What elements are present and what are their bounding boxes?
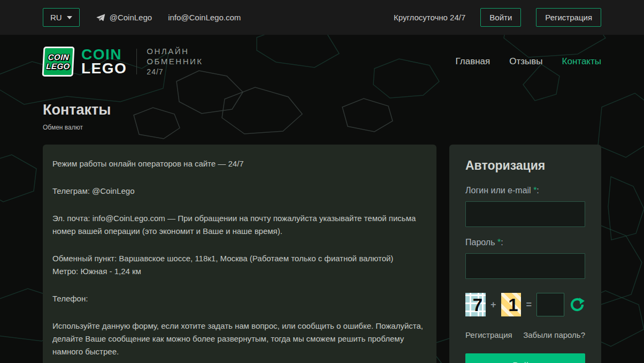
tagline-line3: 24/7 — [147, 67, 203, 77]
language-dropdown[interactable]: RU — [43, 8, 80, 27]
telegram-icon — [96, 13, 105, 22]
label-colon: : — [501, 238, 503, 247]
forgot-password-link[interactable]: Забыли пароль? — [523, 330, 585, 339]
logo-badge-line1: COIN — [48, 52, 69, 62]
main-columns: Режим работы онлайн операторов на сайте … — [43, 145, 601, 363]
label-colon: : — [536, 186, 539, 195]
login-label-text: Логин или e-mail — [465, 186, 531, 195]
schedule-text: Круглосуточно 24/7 — [394, 13, 465, 22]
captcha-number-second: 1 — [504, 296, 518, 314]
telegram-link[interactable]: @CoinLego — [96, 13, 152, 22]
paragraph-email: Эл. почта: info@CoinLego.com — При обращ… — [52, 212, 427, 238]
paragraph-telegram: Телеграм: @CoinLego — [52, 185, 427, 198]
email-text[interactable]: info@CoinLego.com — [168, 13, 241, 22]
auth-card: Авторизация Логин или e-mail *: Пароль *… — [449, 145, 601, 363]
password-field-label: Пароль *: — [465, 238, 585, 247]
logo-badge-icon: COIN LEGO — [42, 47, 75, 77]
tagline-line2: ОБМЕННИК — [147, 56, 203, 66]
paragraph-address: Обменный пункт: Варшавское шоссе, 118к1,… — [52, 252, 427, 278]
auth-submit-button[interactable]: Войти — [465, 353, 585, 363]
plus-sign: + — [490, 299, 496, 311]
page-title: Контакты — [43, 102, 601, 118]
nav-item-home[interactable]: Главная — [456, 56, 490, 67]
language-label: RU — [50, 13, 62, 22]
auth-title: Авторизация — [465, 158, 585, 173]
logo-badge-line2: LEGO — [46, 62, 70, 71]
captcha-image-first: 7 — [465, 293, 486, 316]
password-input[interactable] — [465, 253, 585, 279]
chevron-down-icon — [67, 16, 72, 19]
equals-sign: = — [526, 299, 532, 311]
paragraph-form-note: Используйте данную форму, если хотите за… — [52, 320, 427, 358]
captcha-row: 7 + 1 = — [465, 293, 585, 316]
logo-separator — [136, 49, 137, 74]
nav-item-contacts[interactable]: Контакты — [562, 56, 601, 67]
paragraph-working-hours: Режим работы онлайн операторов на сайте … — [52, 157, 427, 170]
tagline-line1: ОНЛАЙН — [147, 46, 203, 56]
login-button[interactable]: Войти — [480, 8, 521, 27]
auth-links-row: Регистрация Забыли пароль? — [465, 330, 585, 339]
logo-wordmark: COIN LEGO — [81, 48, 127, 75]
logo-word-lego: LEGO — [81, 62, 127, 75]
main-nav: Главная Отзывы Контакты — [456, 56, 601, 67]
top-bar: RU @CoinLego info@CoinLego.com Круглосут… — [0, 0, 644, 35]
nav-item-reviews[interactable]: Отзывы — [509, 56, 542, 67]
site-header: COIN LEGO COIN LEGO ОНЛАЙН ОБМЕННИК 24/7… — [0, 35, 644, 88]
captcha-image-second: 1 — [501, 293, 522, 316]
password-label-text: Пароль — [465, 238, 495, 247]
captcha-refresh-button[interactable] — [569, 297, 585, 313]
telegram-handle: @CoinLego — [110, 13, 152, 22]
paragraph-phone: Телефон: — [52, 292, 427, 305]
captcha-number-first: 7 — [469, 296, 482, 314]
register-button[interactable]: Регистрация — [536, 8, 601, 27]
page-head: Контакты Обмен валют — [43, 102, 601, 132]
breadcrumb[interactable]: Обмен валют — [43, 124, 83, 131]
site-logo[interactable]: COIN LEGO COIN LEGO ОНЛАЙН ОБМЕННИК 24/7 — [43, 46, 203, 77]
logo-tagline: ОНЛАЙН ОБМЕННИК 24/7 — [147, 46, 203, 77]
register-link[interactable]: Регистрация — [465, 330, 512, 339]
login-input[interactable] — [465, 201, 585, 227]
captcha-answer-input[interactable] — [536, 293, 564, 316]
contacts-content-card: Режим работы онлайн операторов на сайте … — [43, 145, 436, 363]
login-field-label: Логин или e-mail *: — [465, 186, 585, 195]
refresh-icon — [569, 297, 585, 313]
